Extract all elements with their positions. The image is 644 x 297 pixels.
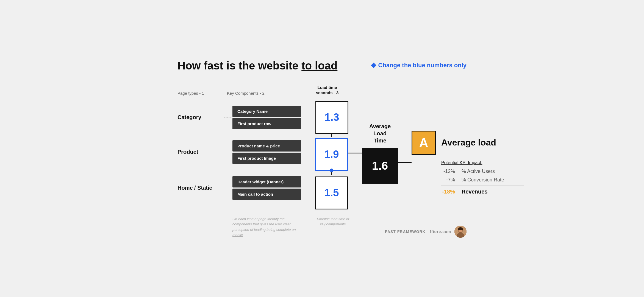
home-label: Home / Static [177, 185, 212, 191]
kpi-desc-2: % Conversion Rate [462, 177, 504, 183]
kpi-number-2: -7% [441, 177, 455, 183]
dashed-line-cat [224, 117, 232, 117]
grade-letter: A [419, 135, 428, 150]
load-value-home: 1.5 [324, 187, 339, 199]
page-container: How fast is the website to load Change t… [161, 46, 483, 251]
kpi-row-1: -12% % Active Users [441, 169, 524, 174]
vline-2 [331, 172, 332, 175]
load-home-wrapper: 1.5 [315, 175, 348, 211]
component-product-name-price: Product name & price [232, 140, 301, 152]
h-line-to-grade [398, 162, 412, 163]
groups-column: Category Category Name First product row… [177, 101, 304, 211]
load-box-home: 1.5 [315, 176, 348, 209]
h-line-to-avg [348, 153, 362, 153]
dashed-line-prod [224, 152, 232, 152]
category-page-type: Category [177, 114, 224, 121]
home-page-type: Home / Static [177, 185, 224, 191]
category-components: Category Name First product row [232, 106, 301, 129]
kpi-section: Potential KPI Impact: -12% % Active User… [441, 160, 524, 195]
product-label: Product [177, 149, 198, 155]
category-row: Category Category Name First product row [177, 101, 304, 134]
home-dashed-connector [224, 188, 232, 188]
kpi-revenue-row: -18% Revenues [441, 189, 524, 195]
load-box-category: 1.3 [315, 101, 348, 134]
load-box-product: 1.9 [315, 138, 348, 171]
vline-1 [331, 134, 332, 137]
grade-kpi-section: A Average load Potential KPI Impact: -12… [412, 131, 524, 195]
load-prod-wrapper: 1.9 [315, 137, 348, 172]
load-cat-wrapper: 1.3 [315, 101, 348, 134]
kpi-revenue-number: -18% [441, 189, 455, 195]
category-dashed-connector [224, 117, 232, 117]
average-value: 1.6 [372, 159, 388, 172]
product-page-type: Product [177, 149, 224, 155]
kpi-title: Potential KPI Impact: [441, 160, 524, 165]
active-dot [330, 169, 334, 172]
average-block: AverageLoadTime 1.6 [362, 123, 398, 184]
col-header-key-components: Key Components - 2 [227, 91, 298, 96]
avatar-image [454, 226, 467, 238]
kpi-number-1: -12% [441, 169, 455, 174]
home-row: Home / Static Header widget (Banner) Mai… [177, 170, 304, 206]
col-header-page-types: Page types - 1 [177, 91, 224, 96]
grade-box: A [412, 131, 436, 155]
kpi-revenue-desc: Revenues [462, 189, 488, 195]
avatar [454, 226, 467, 238]
product-row: Product Product name & price First produ… [177, 134, 304, 170]
category-label: Category [177, 114, 201, 120]
title-underline: to load [301, 60, 337, 72]
component-first-product-image: First product Image [232, 153, 301, 164]
average-label: AverageLoadTime [369, 123, 391, 144]
dashed-line-home [224, 188, 232, 188]
change-note: Change the blue numbers only [372, 62, 467, 69]
change-note-text: Change the blue numbers only [378, 62, 467, 69]
product-dashed-connector [224, 152, 232, 152]
load-value-category: 1.3 [325, 111, 339, 123]
grade-row: A Average load [412, 131, 524, 155]
load-value-product: 1.9 [324, 148, 339, 160]
footer-left-note: On each kind of page identify the compon… [232, 216, 304, 238]
grade-connector [398, 162, 412, 163]
average-value-box: 1.6 [362, 148, 398, 184]
footer-center-note: Timeline load time of key components [315, 216, 351, 227]
diagram: Category Category Name First product row… [177, 101, 467, 211]
component-first-product-row: First product row [232, 118, 301, 129]
brand-text: FAST FRAMEWORK - ffiore.com [385, 229, 451, 234]
col-header-load-time: Load timeseconds - 3 [309, 85, 345, 96]
footer-mobile-link[interactable]: mobile [232, 233, 243, 237]
diamond-icon [371, 63, 376, 68]
component-main-cta: Main call to action [232, 189, 301, 200]
header: How fast is the website to load Change t… [177, 60, 467, 72]
component-header-widget: Header widget (Banner) [232, 176, 301, 187]
kpi-divider [441, 186, 524, 186]
kpi-desc-1: % Active Users [462, 169, 495, 174]
average-load-label: Average load [441, 138, 496, 148]
home-components: Header widget (Banner) Main call to acti… [232, 176, 301, 200]
load-time-column: 1.3 1.9 1.5 [315, 101, 348, 211]
component-category-name: Category Name [232, 106, 301, 117]
avg-connector [348, 153, 362, 153]
product-components: Product name & price First product Image [232, 140, 301, 164]
main-title: How fast is the website to load [177, 60, 337, 72]
kpi-row-2: -7% % Conversion Rate [441, 177, 524, 183]
branding: FAST FRAMEWORK - ffiore.com [385, 226, 467, 238]
